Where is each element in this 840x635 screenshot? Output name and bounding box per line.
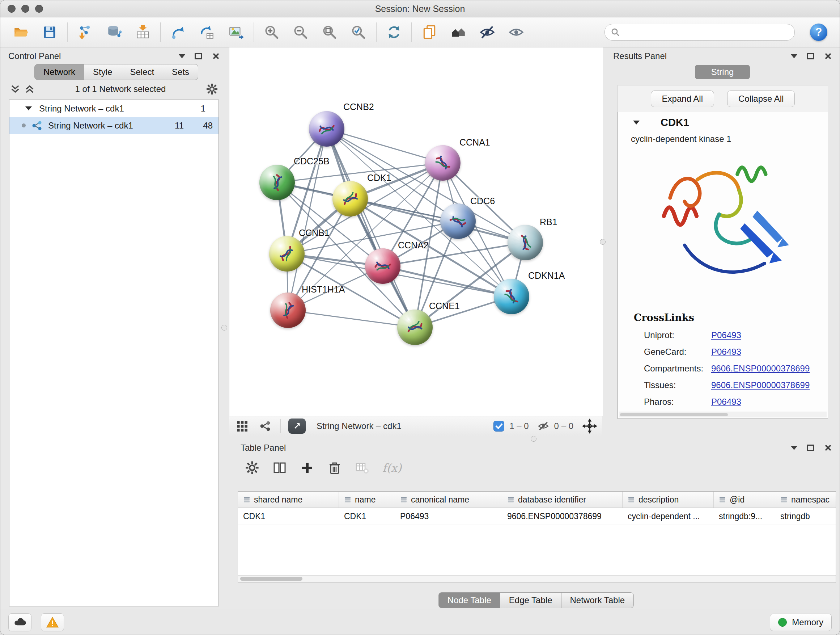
vertical-splitter-handle[interactable] xyxy=(221,325,227,331)
node-CDC6[interactable] xyxy=(440,203,476,239)
node-CCNE1[interactable] xyxy=(397,310,433,345)
minimize-window-button[interactable] xyxy=(21,5,29,13)
import-network-database-button[interactable] xyxy=(99,19,128,46)
gear-icon[interactable] xyxy=(206,83,218,95)
collapse-all-button[interactable]: Collapse All xyxy=(727,90,795,107)
search-input[interactable] xyxy=(624,27,789,38)
search-field[interactable] xyxy=(605,24,795,41)
tab-edge-table[interactable]: Edge Table xyxy=(500,592,561,608)
tree-expander-icon[interactable] xyxy=(25,106,32,111)
crosslink-link[interactable]: 9606.ENSP00000378699 xyxy=(711,380,810,390)
panel-close-icon[interactable] xyxy=(212,52,219,60)
tab-string[interactable]: String xyxy=(695,65,750,79)
scrollbar-thumb[interactable] xyxy=(620,413,728,416)
network-row-selected[interactable]: String Network – cdk1 11 48 xyxy=(9,117,218,134)
zoom-out-button[interactable] xyxy=(286,19,315,46)
vertical-splitter-handle[interactable] xyxy=(600,239,606,245)
table-cell[interactable]: CDK1 xyxy=(238,508,339,524)
column-header--id[interactable]: @id xyxy=(714,492,775,508)
cloud-status-button[interactable] xyxy=(8,613,32,631)
node-CDC25B[interactable] xyxy=(259,165,295,200)
edge-CCNB2-CCNE1[interactable] xyxy=(327,129,415,327)
save-session-button[interactable] xyxy=(35,19,64,46)
network-from-table-button[interactable] xyxy=(193,19,222,46)
import-network-file-button[interactable] xyxy=(71,19,99,46)
results-horizontal-scrollbar[interactable] xyxy=(619,412,827,417)
refresh-network-button[interactable] xyxy=(379,19,409,46)
maximize-window-button[interactable] xyxy=(35,5,43,13)
node-CCNA2[interactable] xyxy=(365,249,401,284)
network-overview-button[interactable] xyxy=(444,19,473,46)
panel-float-icon[interactable] xyxy=(195,53,202,59)
column-header-database-identifier[interactable]: database identifier xyxy=(502,492,622,508)
edge-CDK1-RB1[interactable] xyxy=(350,199,525,242)
collapse-all-tree-icon[interactable] xyxy=(24,84,35,95)
import-table-button[interactable] xyxy=(128,19,157,46)
network-tool-button[interactable] xyxy=(164,19,193,46)
zoom-selected-button[interactable] xyxy=(344,19,373,46)
network-view-button[interactable] xyxy=(257,418,273,434)
node-CDKN1A[interactable] xyxy=(494,279,529,314)
node-CCNB2[interactable] xyxy=(309,111,344,147)
table-cell[interactable]: 9606.ENSP00000378699 xyxy=(502,508,622,524)
table-cell[interactable]: stringdb xyxy=(775,508,836,524)
network-canvas[interactable]: CCNB2CCNA1CDC25BCDK1CDC6RB1CCNB1CCNA2CDK… xyxy=(229,48,603,416)
table-cell[interactable]: stringdb:9... xyxy=(714,508,775,524)
panel-float-icon[interactable] xyxy=(807,53,814,59)
show-all-button[interactable] xyxy=(502,19,531,46)
add-column-icon[interactable] xyxy=(300,461,314,475)
panel-collapse-icon[interactable] xyxy=(179,54,185,58)
node-CCNA1[interactable] xyxy=(425,145,461,181)
table-settings-gear-icon[interactable] xyxy=(245,461,259,475)
table-row[interactable]: CDK1CDK1P064939606.ENSP00000378699cyclin… xyxy=(238,508,836,525)
column-header-namespac[interactable]: namespac xyxy=(775,492,836,508)
node-CDK1[interactable] xyxy=(332,181,368,217)
table-cell[interactable]: cyclin-dependent ... xyxy=(622,508,714,524)
column-header-canonical-name[interactable]: canonical name xyxy=(395,492,502,508)
horizontal-splitter-handle[interactable] xyxy=(531,436,537,442)
node-HIST1H1A[interactable] xyxy=(270,293,306,328)
copy-document-button[interactable] xyxy=(415,19,444,46)
hide-selected-button[interactable] xyxy=(473,19,502,46)
node-RB1[interactable] xyxy=(508,225,543,260)
move-crosshair-icon[interactable] xyxy=(582,418,597,434)
tab-network-table[interactable]: Network Table xyxy=(561,592,634,608)
memory-button[interactable]: Memory xyxy=(770,614,832,631)
tab-network[interactable]: Network xyxy=(34,64,84,80)
delete-column-trash-icon[interactable] xyxy=(327,461,342,475)
panel-collapse-icon[interactable] xyxy=(791,54,797,58)
entry-expander-icon[interactable] xyxy=(633,120,639,125)
tab-node-table[interactable]: Node Table xyxy=(439,592,500,608)
crosslink-link[interactable]: P06493 xyxy=(711,347,741,357)
column-header-name[interactable]: name xyxy=(339,492,395,508)
node-CCNB1[interactable] xyxy=(269,236,305,272)
crosslink-link[interactable]: 9606.ENSP00000378699 xyxy=(711,363,810,374)
panel-float-icon[interactable] xyxy=(807,445,814,451)
zoom-fit-button[interactable] xyxy=(315,19,344,46)
expand-all-tree-icon[interactable] xyxy=(10,84,21,95)
zoom-in-button[interactable] xyxy=(257,19,286,46)
tab-select[interactable]: Select xyxy=(121,64,163,80)
table-cell[interactable]: P06493 xyxy=(395,508,502,524)
warnings-button[interactable] xyxy=(41,613,64,631)
column-header-description[interactable]: description xyxy=(622,492,714,508)
close-window-button[interactable] xyxy=(8,5,16,13)
grid-view-button[interactable] xyxy=(234,418,250,434)
export-image-button[interactable] xyxy=(222,19,251,46)
crosslink-link[interactable]: P06493 xyxy=(711,397,741,407)
network-collection-row[interactable]: String Network – cdk1 1 xyxy=(9,100,218,117)
table-horizontal-scrollbar[interactable] xyxy=(238,575,836,583)
tab-sets[interactable]: Sets xyxy=(163,64,198,80)
edge-HIST1H1A-CCNE1[interactable] xyxy=(288,310,415,327)
table-cell[interactable]: CDK1 xyxy=(339,508,395,524)
expand-all-button[interactable]: Expand All xyxy=(651,90,714,107)
open-session-button[interactable] xyxy=(6,19,35,46)
help-button[interactable]: ? xyxy=(810,24,827,41)
tab-style[interactable]: Style xyxy=(84,64,121,80)
panel-close-icon[interactable] xyxy=(824,444,832,452)
export-network-button[interactable] xyxy=(288,418,306,434)
selection-checkbox[interactable] xyxy=(493,421,504,432)
scrollbar-thumb[interactable] xyxy=(240,577,302,581)
gene-entry-header[interactable]: CDK1 xyxy=(618,112,828,133)
panel-collapse-icon[interactable] xyxy=(791,446,797,450)
